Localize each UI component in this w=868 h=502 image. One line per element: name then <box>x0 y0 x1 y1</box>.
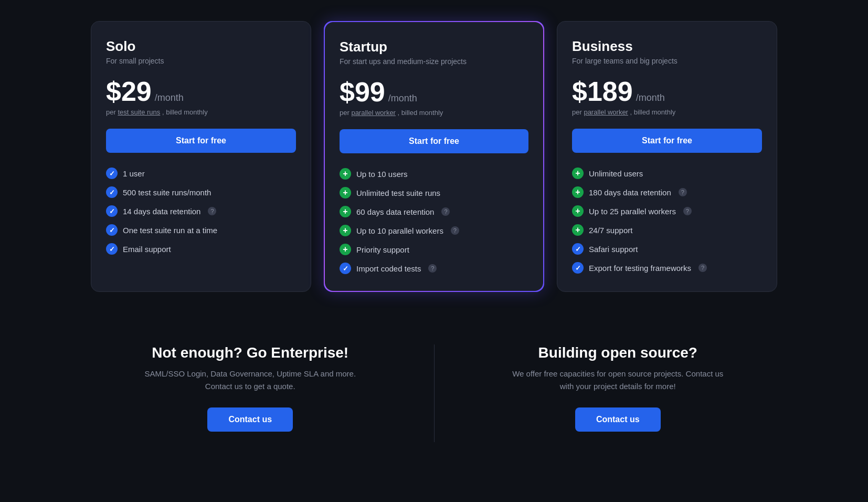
feature-item: ✓ 500 test suite runs/month <box>106 186 296 198</box>
feature-check-icon: ✓ <box>106 186 118 198</box>
feature-check-icon: ✓ <box>572 243 584 255</box>
plan-card-solo: Solo For small projects $29 /month per t… <box>91 21 311 292</box>
help-icon[interactable]: ? <box>451 226 459 235</box>
feature-check-icon: ✓ <box>106 168 118 179</box>
feature-text: Up to 10 parallel workers <box>356 226 443 235</box>
plan-name: Business <box>572 38 762 55</box>
feature-text: Import coded tests <box>356 264 421 273</box>
feature-text: One test suite run at a time <box>123 226 217 235</box>
feature-text: 24/7 support <box>589 226 632 235</box>
feature-text: 180 days data retention <box>589 188 671 197</box>
enterprise-title: Not enough? Go Enterprise! <box>98 344 403 361</box>
enterprise-desc: SAML/SSO Login, Data Governance, Uptime … <box>98 368 403 393</box>
plan-subtitle: For small projects <box>106 57 296 65</box>
feature-item: ✓ One test suite run at a time <box>106 224 296 236</box>
feature-check-icon: ✓ <box>106 224 118 236</box>
plan-price-row: $189 /month <box>572 78 762 105</box>
feature-item: + Priority support <box>340 244 528 255</box>
billing-link[interactable]: parallel worker <box>351 109 396 117</box>
feature-text: Unlimited users <box>589 169 643 178</box>
feature-check-icon: ✓ <box>106 243 118 255</box>
feature-item: ✓ Import coded tests? <box>340 263 528 274</box>
feature-check-icon: + <box>572 168 584 179</box>
plan-price: $189 <box>572 78 633 105</box>
plan-price-row: $99 /month <box>340 78 528 106</box>
plan-card-startup: Startup For start ups and medium-size pr… <box>324 21 544 292</box>
feature-text: 14 days data retention <box>123 207 200 216</box>
opensource-desc: We offer free capacities for open source… <box>466 368 770 393</box>
help-icon[interactable]: ? <box>208 207 216 215</box>
feature-item: ✓ Safari support <box>572 243 762 255</box>
billing-link[interactable]: parallel worker <box>584 108 628 116</box>
feature-item: ✓ Email support <box>106 243 296 255</box>
feature-text: Email support <box>123 245 171 254</box>
feature-check-icon: + <box>572 205 584 217</box>
help-icon[interactable]: ? <box>698 264 707 272</box>
enterprise-contact-button[interactable]: Contact us <box>207 407 293 432</box>
feature-check-icon: ✓ <box>340 263 351 274</box>
feature-text: Unlimited test suite runs <box>356 189 440 197</box>
plan-price: $99 <box>340 78 385 106</box>
feature-text: Up to 10 users <box>356 170 408 179</box>
plan-billing: per parallel worker , billed monthly <box>340 109 528 117</box>
plan-card-business: Business For large teams and big project… <box>557 21 777 292</box>
feature-item: + 60 days data retention? <box>340 206 528 217</box>
feature-text: Safari support <box>589 245 638 254</box>
start-free-button[interactable]: Start for free <box>340 129 528 153</box>
start-free-button[interactable]: Start for free <box>106 129 296 153</box>
help-icon[interactable]: ? <box>679 188 687 196</box>
feature-item: ✓ 14 days data retention? <box>106 205 296 217</box>
help-icon[interactable]: ? <box>683 207 692 215</box>
feature-check-icon: + <box>340 168 351 180</box>
feature-check-icon: + <box>340 206 351 217</box>
feature-text: 60 days data retention <box>356 207 434 216</box>
feature-check-icon: + <box>340 244 351 255</box>
feature-item: + Unlimited test suite runs <box>340 187 528 198</box>
plan-name: Solo <box>106 38 296 55</box>
plan-period: /month <box>636 92 665 103</box>
feature-item: + Up to 10 parallel workers? <box>340 225 528 236</box>
feature-check-icon: + <box>572 186 584 198</box>
plan-subtitle: For start ups and medium-size projects <box>340 57 528 66</box>
feature-text: Up to 25 parallel workers <box>589 207 676 216</box>
plan-billing: per parallel worker , billed monthly <box>572 108 762 116</box>
plan-billing: per test suite runs , billed monthly <box>106 108 296 116</box>
bottom-section: Not enough? Go Enterprise! SAML/SSO Logi… <box>67 323 801 453</box>
plan-period: /month <box>388 93 417 104</box>
feature-list: + Up to 10 users + Unlimited test suite … <box>340 168 528 274</box>
feature-item: + Up to 25 parallel workers? <box>572 205 762 217</box>
feature-check-icon: + <box>572 224 584 236</box>
feature-item: + Unlimited users <box>572 168 762 179</box>
plan-price-row: $29 /month <box>106 78 296 105</box>
plan-period: /month <box>155 92 184 103</box>
billing-link[interactable]: test suite runs <box>118 108 160 116</box>
feature-list: ✓ 1 user ✓ 500 test suite runs/month ✓ 1… <box>106 168 296 255</box>
plan-price: $29 <box>106 78 152 105</box>
enterprise-card: Not enough? Go Enterprise! SAML/SSO Logi… <box>67 334 434 453</box>
feature-check-icon: + <box>340 187 351 198</box>
opensource-contact-button[interactable]: Contact us <box>575 407 661 432</box>
feature-item: ✓ 1 user <box>106 168 296 179</box>
feature-item: + Up to 10 users <box>340 168 528 180</box>
plan-name: Startup <box>340 39 528 55</box>
feature-text: Export for testing frameworks <box>589 264 691 273</box>
feature-check-icon: ✓ <box>106 205 118 217</box>
feature-list: + Unlimited users + 180 days data retent… <box>572 168 762 274</box>
opensource-card: Building open source? We offer free capa… <box>435 334 802 453</box>
feature-check-icon: + <box>340 225 351 236</box>
plan-subtitle: For large teams and big projects <box>572 57 762 65</box>
help-icon[interactable]: ? <box>441 207 450 216</box>
pricing-cards: Solo For small projects $29 /month per t… <box>67 21 801 292</box>
feature-item: + 180 days data retention? <box>572 186 762 198</box>
feature-item: + 24/7 support <box>572 224 762 236</box>
start-free-button[interactable]: Start for free <box>572 129 762 153</box>
feature-text: Priority support <box>356 245 409 254</box>
feature-item: ✓ Export for testing frameworks? <box>572 262 762 274</box>
feature-text: 1 user <box>123 169 145 178</box>
feature-text: 500 test suite runs/month <box>123 188 211 197</box>
help-icon[interactable]: ? <box>428 264 437 273</box>
opensource-title: Building open source? <box>466 344 770 361</box>
feature-check-icon: ✓ <box>572 262 584 274</box>
